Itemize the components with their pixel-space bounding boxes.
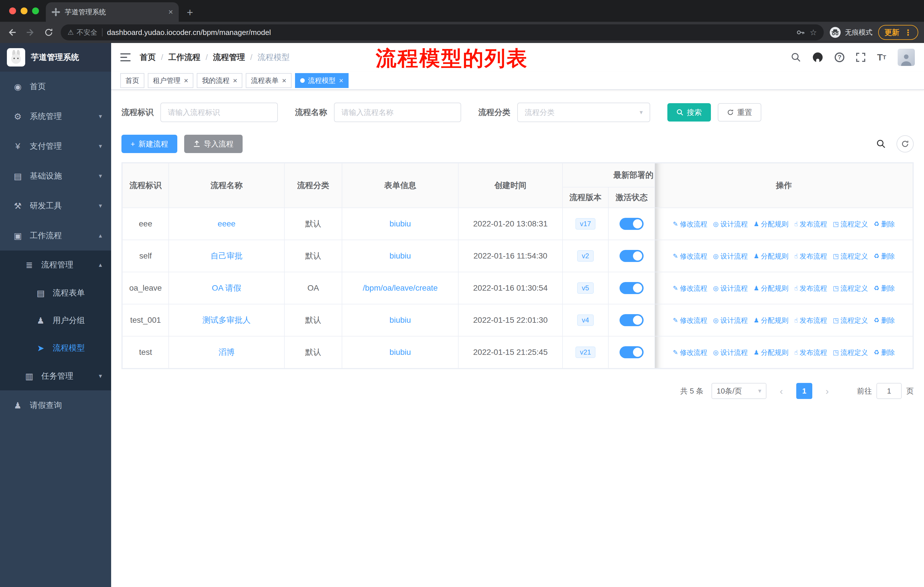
form-info-link[interactable]: /bpm/oa/leave/create — [363, 283, 438, 293]
reset-button[interactable]: 重置 — [718, 103, 761, 122]
back-button[interactable] — [6, 26, 18, 39]
close-tab-icon[interactable]: × — [184, 77, 188, 84]
next-page-button[interactable]: › — [820, 383, 834, 399]
row-action-definition[interactable]: ◳流程定义 — [833, 251, 868, 261]
process-category-select[interactable]: 流程分类 ▾ — [517, 103, 650, 122]
process-name-link[interactable]: 测试多审批人 — [203, 316, 251, 324]
sidebar-item-user-group[interactable]: ♟用户分组 — [0, 307, 111, 334]
breadcrumb-item[interactable]: 流程管理 — [213, 52, 245, 63]
row-action-publish[interactable]: ☝发布流程 — [794, 284, 827, 293]
row-action-definition[interactable]: ◳流程定义 — [833, 316, 868, 325]
row-action-definition[interactable]: ◳流程定义 — [833, 348, 868, 357]
row-action-design[interactable]: ◎设计流程 — [713, 284, 747, 293]
close-tab-icon[interactable]: × — [233, 77, 237, 84]
form-info-link[interactable]: biubiu — [389, 251, 411, 260]
hamburger-icon[interactable] — [120, 53, 130, 62]
row-action-assign-rule[interactable]: ♟分配规则 — [754, 284, 789, 293]
import-process-button[interactable]: 导入流程 — [184, 135, 243, 153]
row-action-delete[interactable]: ♻删除 — [874, 220, 895, 229]
row-action-definition[interactable]: ◳流程定义 — [833, 284, 868, 293]
view-tab[interactable]: 流程表单× — [246, 73, 291, 88]
row-action-edit[interactable]: ✎修改流程 — [673, 284, 707, 293]
version-badge[interactable]: v17 — [576, 218, 596, 230]
sidebar-item-process-mgmt[interactable]: ≣流程管理▴ — [0, 251, 111, 279]
view-tab[interactable]: 我的流程× — [197, 73, 242, 88]
row-action-assign-rule[interactable]: ♟分配规则 — [754, 316, 789, 325]
version-badge[interactable]: v4 — [577, 314, 594, 326]
view-tab[interactable]: 流程模型× — [295, 73, 348, 88]
browser-tab[interactable]: 芋道管理系统 × — [46, 2, 179, 22]
url-bar[interactable]: ⚠ 不安全 dashboard.yudao.iocoder.cn/bpm/man… — [61, 24, 824, 40]
sidebar-item-process-form[interactable]: ▤流程表单 — [0, 279, 111, 307]
close-tab-icon[interactable]: × — [168, 8, 173, 16]
sidebar-item-system[interactable]: ⚙系统管理▾ — [0, 101, 111, 131]
row-action-edit[interactable]: ✎修改流程 — [673, 348, 707, 357]
row-action-design[interactable]: ◎设计流程 — [713, 220, 747, 229]
row-action-publish[interactable]: ☝发布流程 — [794, 316, 827, 325]
row-action-assign-rule[interactable]: ♟分配规则 — [754, 220, 789, 229]
active-status-toggle[interactable] — [620, 218, 644, 230]
browser-update-button[interactable]: 更新 ⋮ — [878, 25, 918, 40]
prev-page-button[interactable]: ‹ — [774, 383, 788, 399]
breadcrumb-item[interactable]: 首页 — [140, 52, 156, 63]
version-badge[interactable]: v21 — [576, 347, 596, 358]
sidebar-item-leave-query[interactable]: ♟请假查询 — [0, 390, 111, 420]
sidebar-item-task-mgmt[interactable]: ▥任务管理▾ — [0, 362, 111, 390]
url-text[interactable]: dashboard.yudao.iocoder.cn/bpm/manager/m… — [107, 28, 271, 37]
breadcrumb-item[interactable]: 工作流程 — [168, 52, 201, 63]
help-icon[interactable]: ? — [835, 53, 844, 62]
refresh-button[interactable] — [896, 135, 914, 152]
view-tab[interactable]: 首页 — [120, 73, 144, 88]
sidebar-item-infrastructure[interactable]: ▤基础设施▾ — [0, 161, 111, 191]
create-process-button[interactable]: + 新建流程 — [121, 135, 177, 153]
version-badge[interactable]: v2 — [577, 250, 594, 262]
forward-button[interactable] — [24, 26, 37, 39]
close-window-button[interactable] — [9, 7, 16, 14]
active-status-toggle[interactable] — [620, 314, 644, 326]
sidebar-item-process-model[interactable]: ➤流程模型 — [0, 334, 111, 362]
row-action-publish[interactable]: ☝发布流程 — [794, 251, 827, 261]
process-name-link[interactable]: OA 请假 — [212, 283, 241, 293]
process-name-link[interactable]: eeee — [218, 219, 236, 228]
sidebar-item-dev-tools[interactable]: ⚒研发工具▾ — [0, 191, 111, 221]
row-action-publish[interactable]: ☝发布流程 — [794, 220, 827, 229]
process-id-input[interactable] — [160, 103, 278, 122]
active-status-toggle[interactable] — [620, 282, 644, 294]
security-warning[interactable]: ⚠ 不安全 — [68, 28, 97, 37]
new-tab-button[interactable]: + — [187, 7, 193, 18]
active-status-toggle[interactable] — [620, 346, 644, 358]
reload-button[interactable] — [42, 26, 55, 39]
minimize-window-button[interactable] — [21, 7, 28, 14]
row-action-edit[interactable]: ✎修改流程 — [673, 251, 707, 261]
row-action-design[interactable]: ◎设计流程 — [713, 348, 747, 357]
current-page-button[interactable]: 1 — [796, 383, 812, 399]
row-action-definition[interactable]: ◳流程定义 — [833, 220, 868, 229]
active-status-toggle[interactable] — [620, 250, 644, 262]
page-size-select[interactable]: 10条/页 ▾ — [711, 383, 766, 399]
menu-kebab-icon[interactable]: ⋮ — [904, 28, 912, 37]
process-name-input[interactable] — [334, 103, 461, 122]
app-logo-row[interactable]: 芋道管理系统 — [0, 43, 111, 72]
row-action-edit[interactable]: ✎修改流程 — [673, 220, 707, 229]
github-icon[interactable] — [812, 52, 823, 63]
row-action-assign-rule[interactable]: ♟分配规则 — [754, 251, 789, 261]
row-action-publish[interactable]: ☝发布流程 — [794, 348, 827, 357]
sidebar-item-home[interactable]: ◉首页 — [0, 72, 111, 101]
bookmark-star-icon[interactable]: ☆ — [810, 28, 817, 37]
view-tab[interactable]: 租户管理× — [148, 73, 193, 88]
close-tab-icon[interactable]: × — [282, 77, 286, 84]
row-action-delete[interactable]: ♻删除 — [874, 316, 895, 325]
toggle-search-button[interactable] — [873, 135, 889, 152]
row-action-edit[interactable]: ✎修改流程 — [673, 316, 707, 325]
fullscreen-icon[interactable] — [856, 53, 866, 62]
form-info-link[interactable]: biubiu — [389, 316, 411, 324]
form-info-link[interactable]: biubiu — [389, 219, 411, 228]
sidebar-item-workflow[interactable]: ▣工作流程▴ — [0, 221, 111, 251]
close-tab-icon[interactable]: × — [339, 77, 343, 84]
form-info-link[interactable]: biubiu — [389, 348, 411, 357]
maximize-window-button[interactable] — [32, 7, 39, 14]
font-size-icon[interactable]: TT — [877, 52, 886, 63]
password-key-icon[interactable] — [796, 28, 805, 37]
row-action-delete[interactable]: ♻删除 — [874, 251, 895, 261]
row-action-delete[interactable]: ♻删除 — [874, 348, 895, 357]
